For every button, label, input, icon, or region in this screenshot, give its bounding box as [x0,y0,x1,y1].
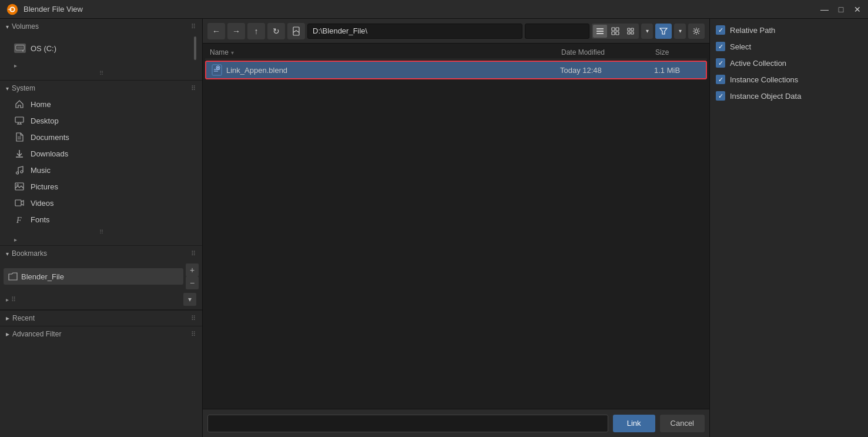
svg-point-37 [217,67,219,69]
view-large-button[interactable] [624,25,638,38]
bookmark-blender-file[interactable]: Blender_File [4,268,183,285]
path-bar[interactable]: D:\Blender_File\ [307,24,522,39]
view-medium-button[interactable] [608,25,622,38]
forward-button[interactable]: → [227,23,245,39]
svg-rect-5 [17,46,23,49]
filter-dropdown-button[interactable]: ▾ [674,24,686,39]
select-checkbox[interactable]: ✓ [716,42,725,51]
instance-object-data-checkbox[interactable]: ✓ [716,91,725,101]
volumes-dots-icon: ⠿ [191,23,196,31]
advanced-filter-section-left: ▸ Advanced Filter [6,330,61,338]
bookmark-button[interactable] [287,23,305,39]
col-name-label: Name [210,48,229,56]
bookmarks-section: ▾ Bookmarks ⠿ Blender_File + − [0,246,202,310]
view-mode-dropdown-button[interactable]: ▾ [641,24,653,39]
path-text: D:\Blender_File\ [313,26,367,35]
bookmark-controls: + − [186,263,199,289]
pictures-label: Pictures [31,182,58,191]
svg-rect-24 [596,33,604,34]
col-name-header[interactable]: Name ▾ [210,48,561,56]
system-section: ▾ System ⠿ Home [0,81,202,246]
volumes-expand-arrow[interactable]: ▸ [0,62,202,69]
link-button[interactable]: Link [613,415,655,432]
file-name-text: Link_Appen.blend [226,66,287,75]
sidebar-item-videos[interactable]: Videos [0,195,202,211]
relative-path-checkbox[interactable]: ✓ [716,25,725,35]
select-option[interactable]: ✓ Select [716,40,862,53]
sidebar-item-fonts[interactable]: F Fonts [0,211,202,228]
instance-collections-option[interactable]: ✓ Instance Collections [716,73,862,86]
instance-object-data-option[interactable]: ✓ Instance Object Data [716,89,862,102]
bookmark-expand-row: ▸ ⠿ ▾ [0,292,202,307]
view-list-button[interactable] [593,25,607,38]
content-area: ← → ↑ ↻ D:\Blender_File\ 🔍 [203,19,709,437]
recent-section-left: ▸ Recent [6,314,35,322]
titlebar-title: Blender File View [24,5,83,14]
system-header-left: ▾ System [6,84,35,92]
file-date-cell: Today 12:48 [560,66,654,75]
refresh-button[interactable]: ↻ [267,23,285,39]
close-button[interactable]: ✕ [853,5,862,14]
volumes-header[interactable]: ▾ Volumes ⠿ [0,19,202,34]
svg-rect-32 [631,32,634,34]
recent-label: Recent [12,314,35,322]
folder-icon [8,272,18,281]
file-row[interactable]: Link_Appen.blend Today 12:48 1.1 MiB [205,61,707,79]
col-date-header[interactable]: Date Modified [561,48,655,56]
bookmark-expand-arrow-icon[interactable]: ▸ [6,296,9,303]
svg-marker-33 [660,28,667,34]
svg-rect-23 [596,31,604,32]
recent-section[interactable]: ▸ Recent ⠿ [0,310,202,326]
music-label: Music [31,166,51,175]
filename-input[interactable] [207,415,608,432]
bookmarks-header-left: ▾ Bookmarks [6,249,47,258]
advanced-filter-arrow-icon: ▸ [6,330,9,338]
select-label: Select [730,42,751,51]
documents-icon [14,132,25,142]
sidebar-item-music[interactable]: Music [0,162,202,178]
cancel-button[interactable]: Cancel [660,415,705,432]
os-c-label: OS (C:) [31,44,56,53]
system-expand-arrow[interactable]: ▸ [0,236,202,243]
active-collection-checkbox[interactable]: ✓ [716,58,725,68]
up-button[interactable]: ↑ [247,23,265,39]
svg-rect-29 [628,28,630,31]
advanced-filter-section[interactable]: ▸ Advanced Filter ⠿ [0,326,202,342]
blender-logo-icon [6,3,19,16]
bookmark-add-button[interactable]: + [186,263,199,276]
instance-collections-check-icon: ✓ [718,76,723,84]
bookmarks-collapse-arrow: ▾ [6,251,9,257]
bookmark-blender-file-label: Blender_File [21,272,64,281]
svg-rect-19 [15,200,21,206]
maximize-button[interactable]: □ [836,5,846,14]
active-collection-option[interactable]: ✓ Active Collection [716,56,862,69]
system-dots-bottom: ⠿ [0,228,202,236]
system-label: System [12,84,35,92]
desktop-label: Desktop [31,116,59,125]
search-bar[interactable] [525,24,589,39]
col-date-label: Date Modified [561,48,605,56]
back-button[interactable]: ← [207,23,225,39]
svg-text:F: F [16,216,22,224]
sidebar-item-pictures[interactable]: Pictures [0,178,202,195]
bookmark-remove-button[interactable]: − [186,276,199,289]
sidebar-item-home[interactable]: Home [0,96,202,112]
svg-point-16 [21,171,23,173]
col-size-header[interactable]: Size [655,48,702,56]
relative-path-option[interactable]: ✓ Relative Path [716,24,862,36]
minimize-button[interactable]: — [820,5,829,14]
bookmark-expand-left: ▸ ⠿ [6,296,16,303]
desktop-icon [14,115,25,126]
bookmark-dropdown-button[interactable]: ▾ [183,293,196,306]
settings-button[interactable] [688,24,705,39]
instance-collections-checkbox[interactable]: ✓ [716,75,725,84]
sidebar-item-desktop[interactable]: Desktop [0,112,202,129]
instance-object-data-label: Instance Object Data [730,92,801,101]
sidebar-item-downloads[interactable]: Downloads [0,145,202,162]
bookmarks-header[interactable]: ▾ Bookmarks ⠿ [0,246,202,261]
filter-button[interactable] [655,24,672,39]
system-header[interactable]: ▾ System ⠿ [0,81,202,96]
sidebar-item-documents[interactable]: Documents [0,129,202,145]
sidebar-item-os-c[interactable]: OS (C:) [0,34,202,62]
os-item-left: OS (C:) [14,44,56,53]
